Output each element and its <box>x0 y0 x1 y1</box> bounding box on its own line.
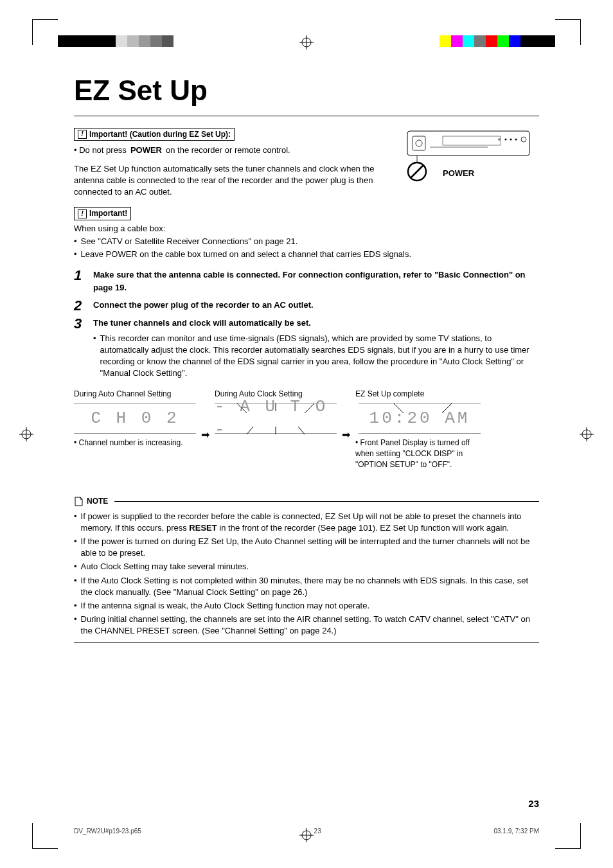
svg-point-17 <box>498 138 501 141</box>
svg-line-25 <box>237 403 247 413</box>
svg-line-24 <box>411 165 423 178</box>
svg-line-31 <box>394 403 404 413</box>
color-calibration-bar <box>440 35 555 47</box>
svg-line-28 <box>247 427 253 434</box>
crop-mark <box>555 19 581 45</box>
exclamation-icon: ! <box>78 130 87 139</box>
crop-mark <box>32 823 58 849</box>
svg-line-32 <box>442 403 452 413</box>
lcd-display: - A U T O - <box>215 403 337 434</box>
note-header: NOTE <box>87 496 108 507</box>
important-header: Important! (Caution during EZ Set Up): <box>89 129 231 140</box>
divider <box>114 501 539 502</box>
footer-page: 23 <box>314 827 321 836</box>
important2-header: Important! <box>89 208 127 219</box>
step-text: Make sure that the antenna cable is conn… <box>93 269 539 296</box>
arrow-right-icon: ➡ <box>342 428 350 442</box>
step-text: Connect the power plug of the recorder t… <box>93 299 539 312</box>
svg-point-20 <box>515 138 517 140</box>
svg-rect-13 <box>413 136 425 150</box>
lcd-display: C H 0 2 <box>74 403 196 434</box>
svg-point-21 <box>521 137 526 142</box>
power-label: POWER <box>443 168 474 179</box>
important-box: ! Important! (Caution during EZ Set Up): <box>74 128 235 141</box>
note-item: •If the power is turned on during EZ Set… <box>74 536 539 559</box>
step-3: 3 The tuner channels and clock will auto… <box>74 317 539 380</box>
note-item: •During initial channel setting, the cha… <box>74 614 539 637</box>
color-calibration-bar <box>58 35 173 47</box>
important-box-2: ! Important! <box>74 207 131 220</box>
exclamation-icon: ! <box>78 209 87 218</box>
registration-mark-icon <box>19 427 33 441</box>
step-2: 2 Connect the power plug of the recorder… <box>74 299 539 313</box>
step-sub-bullet: •This recorder can monitor and use time-… <box>93 333 539 380</box>
lcd-display: 10:20 AM <box>359 403 481 434</box>
important2-bullet: •See "CATV or Satellite Receiver Connect… <box>74 236 539 247</box>
display-label: EZ Set Up complete <box>355 389 424 400</box>
svg-rect-16 <box>443 136 501 145</box>
note-item: •If the antenna signal is weak, the Auto… <box>74 600 539 612</box>
step-1: 1 Make sure that the antenna cable is co… <box>74 269 539 296</box>
svg-rect-12 <box>407 131 529 155</box>
divider <box>74 642 539 643</box>
step-number: 3 <box>74 317 87 380</box>
note-icon <box>74 497 83 506</box>
svg-line-30 <box>298 427 305 434</box>
svg-line-27 <box>305 403 314 413</box>
page-number: 23 <box>528 797 539 810</box>
registration-mark-icon <box>580 427 594 441</box>
arrow-right-icon: ➡ <box>201 428 209 442</box>
note-item: •If the Auto Clock Setting is not comple… <box>74 575 539 598</box>
display-label: During Auto Channel Setting <box>74 389 171 400</box>
svg-point-19 <box>510 138 512 140</box>
note-item: •If power is supplied to the recorder be… <box>74 511 539 534</box>
footer-timestamp: 03.1.9, 7:32 PM <box>493 827 539 836</box>
svg-point-14 <box>416 140 422 146</box>
crop-mark <box>32 19 58 45</box>
display-caption: • Front Panel Display is turned off when… <box>355 438 484 470</box>
registration-mark-icon <box>299 35 314 49</box>
important-bullet: • Do not press POWER on the recorder or … <box>74 145 391 156</box>
page-title: EZ Set Up <box>74 71 539 111</box>
intro-paragraph: The EZ Set Up function automatically set… <box>74 163 391 199</box>
step-number: 1 <box>74 269 87 296</box>
lcd-text: C H 0 2 <box>91 407 179 430</box>
note-item: •Auto Clock Setting may take several min… <box>74 561 539 572</box>
divider <box>74 116 539 116</box>
important2-bullet: •Leave POWER on the cable box turned on … <box>74 249 539 260</box>
important2-intro: When using a cable box: <box>74 223 539 235</box>
crop-mark <box>555 823 581 849</box>
display-caption: • Channel number is increasing. <box>74 438 183 448</box>
footer-file: DV_RW2U#p19-23.p65 <box>74 827 141 836</box>
footer: DV_RW2U#p19-23.p65 23 03.1.9, 7:32 PM <box>74 827 539 836</box>
svg-point-18 <box>505 138 507 140</box>
step-text: The tuner channels and clock will automa… <box>93 317 539 330</box>
step-number: 2 <box>74 299 87 313</box>
device-illustration: POWER <box>404 128 539 189</box>
